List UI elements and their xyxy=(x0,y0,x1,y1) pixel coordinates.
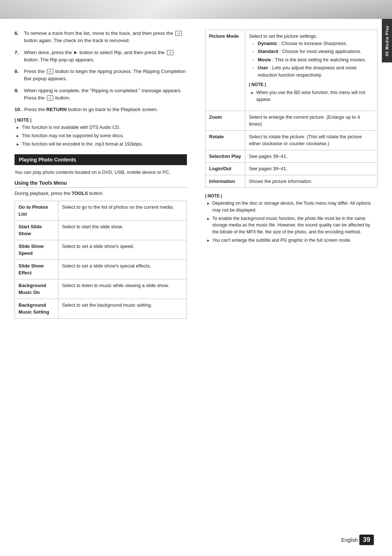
tool-label-bg-music-on: Background Music On xyxy=(15,279,58,299)
during-text: During playback, press the TOOLS button. xyxy=(15,190,187,197)
arrow-icon-r1: ► xyxy=(207,201,210,214)
tool-desc-slideshow-effect: Select to set a slide show's special eff… xyxy=(58,259,187,279)
arrow-icon-bd: ► xyxy=(250,90,254,103)
english-label: English xyxy=(341,537,358,543)
selection-play-label: Selection Play xyxy=(205,150,245,163)
tool-label-start-slideshow: Start Slide Show xyxy=(15,220,58,240)
item-content-10: Press the RETURN button to go back to th… xyxy=(24,106,187,113)
picture-mode-desc: Select to set the picture settings. - Dy… xyxy=(245,30,377,111)
item-number-10: 10. xyxy=(15,106,21,113)
note-item-1: ► This function is not available with DT… xyxy=(15,124,187,131)
dash-icon-1: - xyxy=(252,40,256,47)
chapter-label: 05 Media Play xyxy=(385,25,389,56)
rotate-label: Rotate xyxy=(205,130,245,150)
note-item-subtitle: ► You can't enlarge the subtitle and PG … xyxy=(205,237,377,244)
information-label: Information xyxy=(205,175,245,188)
tool-label-bg-music-setting: Background Music Setting xyxy=(15,299,58,318)
zoom-desc: Select to enlarge the current picture. (… xyxy=(245,111,377,130)
item-content-9: When ripping is complete, the "Ripping i… xyxy=(24,87,187,102)
button-icon-enter2: ⏎ xyxy=(47,69,53,74)
arrow-icon-3: ► xyxy=(16,142,20,148)
rotate-desc: Select to rotate the picture. (This will… xyxy=(245,130,377,150)
item-number-9: 9. xyxy=(15,87,21,102)
dash-user: - User : Lets you adjust the sharpness a… xyxy=(249,64,373,78)
picture-mode-label: Picture Mode xyxy=(205,30,245,111)
numbered-item-8: 8. Press the ⏎ button to begin the rippi… xyxy=(15,68,187,83)
button-icon-return: ⏎ xyxy=(175,31,182,36)
table-row-information: Information Shows the picture informatio… xyxy=(205,175,377,188)
item-content-8: Press the ⏎ button to begin the ripping … xyxy=(24,68,187,83)
table-row-bg-music-on: Background Music On Select to listen to … xyxy=(15,279,187,299)
item-content-7: When done, press the ► button to select … xyxy=(24,49,187,64)
note-label-right: | NOTE | xyxy=(205,193,377,199)
tool-desc-start-slideshow: Select to start the slide show. xyxy=(58,220,187,240)
item-number-8: 8. xyxy=(15,68,21,83)
arrow-icon-2: ► xyxy=(16,133,20,139)
tool-desc-slideshow-speed: Select to set a slide show's speed. xyxy=(58,240,187,259)
note-block-picture-mode: | NOTE | ► When you use the BD wise func… xyxy=(249,81,373,103)
numbered-item-9: 9. When ripping is complete, the "Rippin… xyxy=(15,87,187,102)
subsection-tools-menu: Using the Tools Menu xyxy=(15,180,187,188)
tools-menu-table: Go to Photos List Select to go to the li… xyxy=(15,201,187,319)
table-row-selection-play: Selection Play See pages 39~41. xyxy=(205,150,377,163)
dash-dynamic: - Dynamic : Choose to increase Sharpness… xyxy=(249,40,373,47)
login-out-label: Login/Out xyxy=(205,163,245,175)
table-row-slideshow-effect: Slide Show Effect Select to set a slide … xyxy=(15,259,187,279)
section-intro-photo: You can play photo contents located on a… xyxy=(15,169,187,176)
top-decorative-bar xyxy=(0,0,392,19)
arrow-icon-1: ► xyxy=(16,125,20,131)
left-column: 6. To remove a track from the list, move… xyxy=(15,30,191,324)
table-row-login-out: Login/Out See pages 39~41. xyxy=(205,163,377,175)
note-block-ripping: | NOTE | ► This function is not availabl… xyxy=(15,118,187,147)
button-icon-enter: ⏎ xyxy=(167,50,173,55)
zoom-label: Zoom xyxy=(205,111,245,130)
table-row-picture-mode: Picture Mode Select to set the picture s… xyxy=(205,30,377,111)
table-row-bg-music-setting: Background Music Setting Select to set t… xyxy=(15,299,187,318)
right-column: Picture Mode Select to set the picture s… xyxy=(201,30,377,324)
table-row-goto-photos: Go to Photos List Select to go to the li… xyxy=(15,201,187,220)
note-item-tools-differ: ► Depending on the disc or storage devic… xyxy=(205,200,377,214)
arrow-icon-r3: ► xyxy=(207,238,210,244)
selection-play-desc: See pages 39~41. xyxy=(245,150,377,163)
page-number: 39 xyxy=(359,535,374,545)
table-row-start-slideshow: Start Slide Show Select to start the sli… xyxy=(15,220,187,240)
tool-label-goto-photos: Go to Photos List xyxy=(15,201,58,220)
section-heading-photo: Playing Photo Contents xyxy=(15,154,187,165)
tool-desc-bg-music-setting: Select to set the background music setti… xyxy=(58,299,187,318)
item-content-6: To remove a track from the list, move to… xyxy=(24,30,187,45)
note-item-3: ► This function will be encoded to the .… xyxy=(15,141,187,148)
table-row-slideshow-speed: Slide Show Speed Select to set a slide s… xyxy=(15,240,187,259)
note-label-picture-mode: | NOTE | xyxy=(249,81,373,88)
dash-icon-2: - xyxy=(252,48,256,55)
note-block-right: | NOTE | ► Depending on the disc or stor… xyxy=(205,193,377,244)
table-row-zoom: Zoom Select to enlarge the current pictu… xyxy=(205,111,377,130)
note-label-ripping: | NOTE | xyxy=(15,118,187,123)
note-item-bg-music-function: ► To enable the background music functio… xyxy=(205,215,377,236)
note-item-2: ► This function may not be supported by … xyxy=(15,132,187,139)
tool-desc-bg-music-on: Select to listen to music while viewing … xyxy=(58,279,187,299)
tool-desc-goto-photos: Select to go to the list of photos on th… xyxy=(58,201,187,220)
numbered-item-10: 10. Press the RETURN button to go back t… xyxy=(15,106,187,113)
dash-standard: - Standard : Choose for most viewing app… xyxy=(249,48,373,55)
dash-movie: - Movie : This is the best setting for w… xyxy=(249,56,373,64)
login-out-desc: See pages 39~41. xyxy=(245,163,377,175)
tool-label-slideshow-effect: Slide Show Effect xyxy=(15,259,58,279)
table-row-rotate: Rotate Select to rotate the picture. (Th… xyxy=(205,130,377,150)
item-number-6: 6. xyxy=(15,30,21,45)
tool-label-slideshow-speed: Slide Show Speed xyxy=(15,240,58,259)
item-number-7: 7. xyxy=(15,49,21,64)
dash-icon-4: - xyxy=(252,64,256,78)
numbered-item-6: 6. To remove a track from the list, move… xyxy=(15,30,187,45)
picture-mode-table: Picture Mode Select to set the picture s… xyxy=(205,30,377,188)
dash-icon-3: - xyxy=(252,56,256,64)
arrow-icon-r2: ► xyxy=(207,216,210,236)
information-desc: Shows the picture information. xyxy=(245,175,377,188)
note-item-bd-wise: ► When you use the BD wise function, thi… xyxy=(249,89,373,103)
chapter-tab: 05 Media Play xyxy=(382,19,392,62)
button-icon-enter3: ⏎ xyxy=(47,95,53,101)
numbered-item-7: 7. When done, press the ► button to sele… xyxy=(15,49,187,64)
page-footer: English 39 xyxy=(341,535,374,545)
